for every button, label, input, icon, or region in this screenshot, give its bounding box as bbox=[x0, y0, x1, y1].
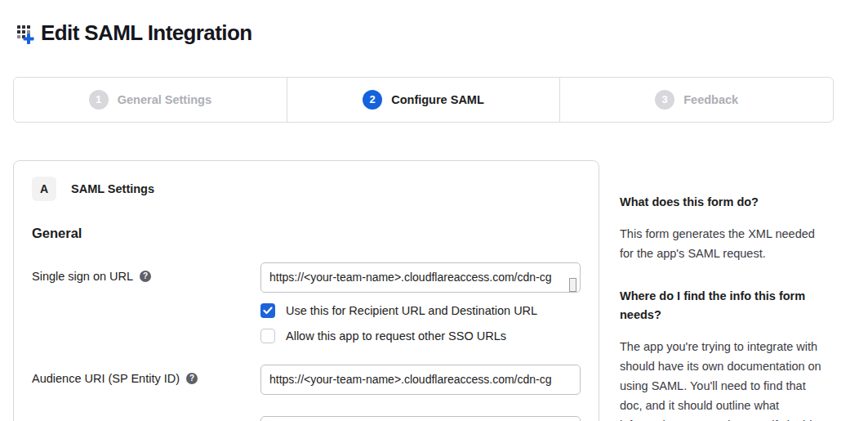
sidebar-heading-where-info: Where do I find the info this form needs… bbox=[620, 287, 826, 325]
general-heading: General bbox=[32, 226, 581, 241]
step-label: Configure SAML bbox=[391, 93, 484, 106]
other-sso-checkbox[interactable] bbox=[260, 329, 275, 343]
sso-url-row: Single sign on URL ? Use this for Recipi… bbox=[32, 262, 581, 343]
app-grid-add-icon bbox=[16, 22, 38, 45]
relay-state-row: Default RelayState ? If no value is set,… bbox=[32, 416, 581, 421]
audience-uri-label-wrap: Audience URI (SP Entity ID) ? bbox=[32, 365, 260, 385]
sso-url-label: Single sign on URL bbox=[32, 270, 133, 283]
sidebar-body-where-info: The app you're trying to integrate with … bbox=[620, 337, 826, 421]
step-number-badge: 3 bbox=[655, 90, 674, 110]
section-a-badge: A bbox=[32, 177, 56, 201]
sso-url-control: Use this for Recipient URL and Destinati… bbox=[260, 262, 581, 343]
relay-state-input[interactable] bbox=[260, 416, 581, 421]
relay-state-control: If no value is set, a blank RelayState i… bbox=[260, 416, 581, 421]
step-configure-saml[interactable]: 2 Configure SAML bbox=[287, 78, 560, 122]
help-icon[interactable]: ? bbox=[186, 373, 198, 384]
sidebar-heading-form-purpose: What does this form do? bbox=[620, 193, 826, 212]
other-sso-checkbox-row: Allow this app to request other SSO URLs bbox=[260, 329, 581, 343]
section-header: A SAML Settings bbox=[32, 177, 581, 201]
step-label: General Settings bbox=[118, 93, 211, 106]
section-title: SAML Settings bbox=[71, 182, 154, 195]
edit-saml-integration-page: Edit SAML Integration 1 General Settings… bbox=[0, 0, 868, 421]
recipient-checkbox-row: Use this for Recipient URL and Destinati… bbox=[260, 303, 581, 318]
page-header: Edit SAML Integration bbox=[16, 7, 855, 60]
audience-uri-label: Audience URI (SP Entity ID) bbox=[32, 372, 180, 385]
step-general-settings[interactable]: 1 General Settings bbox=[14, 78, 287, 122]
info-sidebar: What does this form do? This form genera… bbox=[620, 160, 826, 421]
other-sso-checkbox-label: Allow this app to request other SSO URLs bbox=[286, 329, 506, 343]
content-area: A SAML Settings General Single sign on U… bbox=[13, 160, 855, 421]
help-icon[interactable]: ? bbox=[140, 271, 151, 282]
audience-uri-input[interactable] bbox=[260, 365, 581, 395]
sidebar-body-form-purpose: This form generates the XML needed for t… bbox=[620, 224, 826, 263]
wizard-stepper: 1 General Settings 2 Configure SAML 3 Fe… bbox=[13, 77, 834, 123]
relay-state-label-wrap: Default RelayState ? bbox=[32, 416, 260, 421]
text-cursor-box bbox=[569, 278, 576, 292]
page-title: Edit SAML Integration bbox=[41, 20, 251, 46]
sso-url-input[interactable] bbox=[260, 262, 581, 293]
audience-uri-row: Audience URI (SP Entity ID) ? bbox=[32, 365, 581, 395]
step-number-badge: 1 bbox=[89, 90, 109, 110]
step-number-badge: 2 bbox=[363, 90, 382, 110]
saml-settings-panel: A SAML Settings General Single sign on U… bbox=[13, 160, 599, 421]
step-feedback[interactable]: 3 Feedback bbox=[559, 78, 833, 122]
sso-url-label-wrap: Single sign on URL ? bbox=[32, 262, 260, 283]
step-label: Feedback bbox=[683, 93, 738, 106]
audience-uri-control bbox=[260, 365, 581, 395]
recipient-url-checkbox[interactable] bbox=[260, 303, 275, 318]
recipient-checkbox-label: Use this for Recipient URL and Destinati… bbox=[286, 304, 537, 317]
